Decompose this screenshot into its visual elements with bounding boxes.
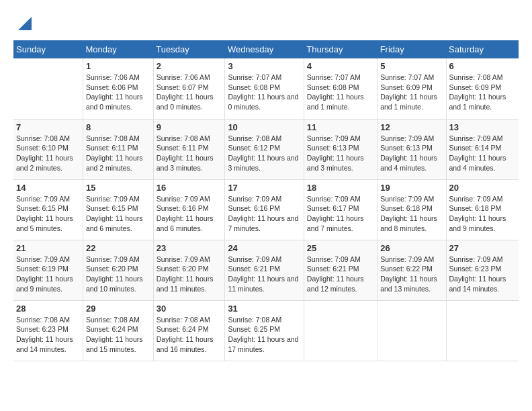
day-number: 4 bbox=[307, 61, 374, 71]
calendar-cell: 1Sunrise: 7:06 AMSunset: 6:06 PMDaylight… bbox=[83, 58, 153, 119]
calendar-cell: 20Sunrise: 7:09 AMSunset: 6:18 PMDayligh… bbox=[446, 179, 519, 240]
calendar-cell: 5Sunrise: 7:07 AMSunset: 6:09 PMDaylight… bbox=[378, 58, 446, 119]
day-info: Sunrise: 7:08 AMSunset: 6:11 PMDaylight:… bbox=[86, 134, 150, 173]
day-info: Sunrise: 7:06 AMSunset: 6:07 PMDaylight:… bbox=[157, 73, 222, 112]
day-number: 2 bbox=[157, 61, 222, 71]
calendar-cell: 23Sunrise: 7:09 AMSunset: 6:20 PMDayligh… bbox=[153, 240, 225, 300]
day-info: Sunrise: 7:09 AMSunset: 6:20 PMDaylight:… bbox=[157, 255, 222, 294]
day-info: Sunrise: 7:09 AMSunset: 6:17 PMDaylight:… bbox=[307, 194, 374, 234]
day-info: Sunrise: 7:08 AMSunset: 6:24 PMDaylight:… bbox=[86, 315, 150, 355]
week-row-4: 21Sunrise: 7:09 AMSunset: 6:19 PMDayligh… bbox=[13, 240, 519, 300]
day-number: 7 bbox=[16, 122, 80, 132]
day-info: Sunrise: 7:09 AMSunset: 6:13 PMDaylight:… bbox=[380, 134, 443, 173]
day-number: 24 bbox=[228, 243, 300, 253]
calendar-cell: 19Sunrise: 7:09 AMSunset: 6:18 PMDayligh… bbox=[378, 179, 446, 240]
day-info: Sunrise: 7:08 AMSunset: 6:25 PMDaylight:… bbox=[228, 315, 300, 355]
day-number: 13 bbox=[449, 122, 516, 132]
calendar-cell: 18Sunrise: 7:09 AMSunset: 6:17 PMDayligh… bbox=[304, 179, 377, 240]
day-number: 11 bbox=[307, 122, 374, 132]
day-number: 27 bbox=[449, 243, 516, 253]
calendar-cell: 25Sunrise: 7:09 AMSunset: 6:21 PMDayligh… bbox=[304, 240, 377, 300]
calendar-cell bbox=[446, 300, 519, 361]
day-info: Sunrise: 7:09 AMSunset: 6:15 PMDaylight:… bbox=[16, 194, 80, 234]
day-info: Sunrise: 7:08 AMSunset: 6:24 PMDaylight:… bbox=[157, 315, 222, 355]
day-info: Sunrise: 7:09 AMSunset: 6:14 PMDaylight:… bbox=[449, 134, 516, 173]
calendar-cell: 8Sunrise: 7:08 AMSunset: 6:11 PMDaylight… bbox=[83, 119, 153, 179]
day-info: Sunrise: 7:06 AMSunset: 6:06 PMDaylight:… bbox=[86, 73, 150, 112]
day-info: Sunrise: 7:09 AMSunset: 6:15 PMDaylight:… bbox=[86, 194, 150, 234]
calendar-cell bbox=[304, 300, 377, 361]
day-number: 3 bbox=[228, 61, 300, 71]
day-number: 18 bbox=[307, 183, 374, 193]
calendar-cell: 14Sunrise: 7:09 AMSunset: 6:15 PMDayligh… bbox=[13, 179, 83, 240]
day-number: 9 bbox=[157, 122, 222, 132]
calendar-cell: 21Sunrise: 7:09 AMSunset: 6:19 PMDayligh… bbox=[13, 240, 83, 300]
day-info: Sunrise: 7:08 AMSunset: 6:09 PMDaylight:… bbox=[449, 73, 516, 112]
day-info: Sunrise: 7:09 AMSunset: 6:19 PMDaylight:… bbox=[16, 255, 80, 294]
day-number: 10 bbox=[228, 122, 300, 132]
calendar-cell bbox=[13, 58, 83, 119]
day-number: 26 bbox=[380, 243, 443, 253]
day-info: Sunrise: 7:08 AMSunset: 6:11 PMDaylight:… bbox=[157, 134, 222, 173]
day-info: Sunrise: 7:09 AMSunset: 6:21 PMDaylight:… bbox=[307, 255, 374, 294]
day-info: Sunrise: 7:09 AMSunset: 6:21 PMDaylight:… bbox=[228, 255, 300, 294]
day-number: 29 bbox=[86, 304, 150, 314]
day-number: 25 bbox=[307, 243, 374, 253]
calendar-cell: 29Sunrise: 7:08 AMSunset: 6:24 PMDayligh… bbox=[83, 300, 153, 361]
week-row-1: 1Sunrise: 7:06 AMSunset: 6:06 PMDaylight… bbox=[13, 58, 519, 119]
day-number: 14 bbox=[16, 183, 80, 193]
calendar-cell: 12Sunrise: 7:09 AMSunset: 6:13 PMDayligh… bbox=[378, 119, 446, 179]
calendar-cell: 10Sunrise: 7:08 AMSunset: 6:12 PMDayligh… bbox=[225, 119, 304, 179]
day-number: 5 bbox=[380, 61, 443, 71]
calendar-cell: 17Sunrise: 7:09 AMSunset: 6:16 PMDayligh… bbox=[225, 179, 304, 240]
day-number: 23 bbox=[157, 243, 222, 253]
calendar-cell: 26Sunrise: 7:09 AMSunset: 6:22 PMDayligh… bbox=[378, 240, 446, 300]
day-info: Sunrise: 7:09 AMSunset: 6:13 PMDaylight:… bbox=[307, 134, 374, 173]
calendar-table: SundayMondayTuesdayWednesdayThursdayFrid… bbox=[13, 40, 519, 361]
svg-marker-0 bbox=[18, 17, 32, 30]
day-number: 21 bbox=[16, 243, 80, 253]
day-number: 19 bbox=[380, 183, 443, 193]
calendar-cell: 3Sunrise: 7:07 AMSunset: 6:08 PMDaylight… bbox=[225, 58, 304, 119]
day-info: Sunrise: 7:08 AMSunset: 6:10 PMDaylight:… bbox=[16, 134, 80, 173]
day-info: Sunrise: 7:09 AMSunset: 6:18 PMDaylight:… bbox=[449, 194, 516, 234]
day-number: 28 bbox=[16, 304, 80, 314]
day-number: 6 bbox=[449, 61, 516, 71]
day-number: 22 bbox=[86, 243, 150, 253]
calendar-cell: 30Sunrise: 7:08 AMSunset: 6:24 PMDayligh… bbox=[153, 300, 225, 361]
day-info: Sunrise: 7:09 AMSunset: 6:22 PMDaylight:… bbox=[380, 255, 443, 294]
day-header-wednesday: Wednesday bbox=[225, 40, 304, 58]
calendar-cell bbox=[378, 300, 446, 361]
day-header-friday: Friday bbox=[378, 40, 446, 58]
week-row-3: 14Sunrise: 7:09 AMSunset: 6:15 PMDayligh… bbox=[13, 179, 519, 240]
week-row-5: 28Sunrise: 7:08 AMSunset: 6:23 PMDayligh… bbox=[13, 300, 519, 361]
day-info: Sunrise: 7:09 AMSunset: 6:23 PMDaylight:… bbox=[449, 255, 516, 294]
day-header-thursday: Thursday bbox=[304, 40, 377, 58]
calendar-cell: 28Sunrise: 7:08 AMSunset: 6:23 PMDayligh… bbox=[13, 300, 83, 361]
day-info: Sunrise: 7:09 AMSunset: 6:20 PMDaylight:… bbox=[86, 255, 150, 294]
day-header-monday: Monday bbox=[83, 40, 153, 58]
day-header-tuesday: Tuesday bbox=[153, 40, 225, 58]
day-number: 1 bbox=[86, 61, 150, 71]
calendar-cell: 11Sunrise: 7:09 AMSunset: 6:13 PMDayligh… bbox=[304, 119, 377, 179]
day-number: 8 bbox=[86, 122, 150, 132]
day-info: Sunrise: 7:09 AMSunset: 6:18 PMDaylight:… bbox=[380, 194, 443, 234]
header-row: SundayMondayTuesdayWednesdayThursdayFrid… bbox=[13, 40, 519, 58]
day-info: Sunrise: 7:09 AMSunset: 6:16 PMDaylight:… bbox=[228, 194, 300, 234]
calendar-cell: 27Sunrise: 7:09 AMSunset: 6:23 PMDayligh… bbox=[446, 240, 519, 300]
calendar-cell: 4Sunrise: 7:07 AMSunset: 6:08 PMDaylight… bbox=[304, 58, 377, 119]
day-number: 16 bbox=[157, 183, 222, 193]
day-number: 20 bbox=[449, 183, 516, 193]
day-number: 17 bbox=[228, 183, 300, 193]
calendar-cell: 9Sunrise: 7:08 AMSunset: 6:11 PMDaylight… bbox=[153, 119, 225, 179]
calendar-cell: 13Sunrise: 7:09 AMSunset: 6:14 PMDayligh… bbox=[446, 119, 519, 179]
page-header bbox=[13, 13, 519, 34]
week-row-2: 7Sunrise: 7:08 AMSunset: 6:10 PMDaylight… bbox=[13, 119, 519, 179]
day-header-sunday: Sunday bbox=[13, 40, 83, 58]
calendar-cell: 2Sunrise: 7:06 AMSunset: 6:07 PMDaylight… bbox=[153, 58, 225, 119]
day-number: 31 bbox=[228, 304, 300, 314]
logo-icon bbox=[15, 13, 35, 34]
day-info: Sunrise: 7:07 AMSunset: 6:08 PMDaylight:… bbox=[307, 73, 374, 112]
day-info: Sunrise: 7:07 AMSunset: 6:09 PMDaylight:… bbox=[380, 73, 443, 112]
calendar-cell: 24Sunrise: 7:09 AMSunset: 6:21 PMDayligh… bbox=[225, 240, 304, 300]
